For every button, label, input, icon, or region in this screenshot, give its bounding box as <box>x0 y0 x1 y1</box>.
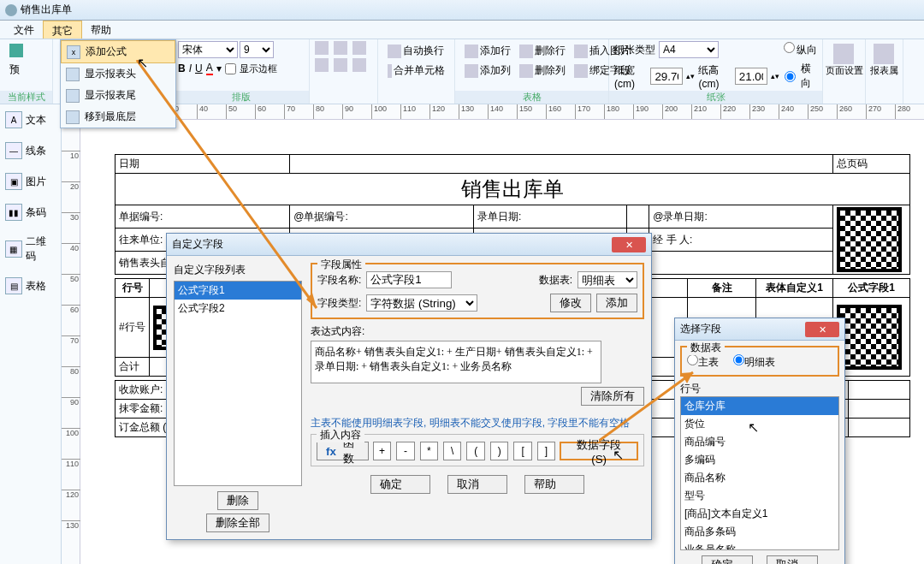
op-rparen[interactable]: ) <box>490 442 508 460</box>
insert-content-box: 插入内容 fx函数 + - * \ ( ) [ ] 数据字段(S) <box>311 434 644 466</box>
cell-billno[interactable]: 单据编号: <box>116 205 290 229</box>
menu-help[interactable]: 帮助 <box>82 21 120 39</box>
valign-bot-icon[interactable] <box>352 58 366 72</box>
cell-page-label[interactable]: 总页码 <box>833 155 910 174</box>
main-table-radio[interactable]: 主表 <box>687 356 719 368</box>
merge-icon <box>388 64 392 78</box>
tool-table[interactable]: ▤表格 <box>0 270 61 301</box>
window-title: 销售出库单 <box>21 3 72 17</box>
page-setup-button[interactable]: 页面设置 <box>829 42 859 79</box>
op-lbrack[interactable]: [ <box>513 442 531 460</box>
tool-barcode[interactable]: ▮▮条码 <box>0 197 61 228</box>
select-field-item[interactable]: 业务员名称 <box>681 541 838 550</box>
select-field-item[interactable]: 货位 <box>681 415 838 433</box>
cell-date-label[interactable]: 日期 <box>116 155 290 174</box>
op-plus[interactable]: + <box>373 442 391 460</box>
delete-all-button[interactable]: 删除全部 <box>206 514 270 532</box>
save-button[interactable] <box>6 42 46 59</box>
select-cancel-button[interactable]: 取消 <box>767 555 818 564</box>
font-family-select[interactable]: 宋体 <box>178 41 238 58</box>
clear-all-button[interactable]: 清除所有 <box>581 387 644 406</box>
select-field-item[interactable]: 仓库分库 <box>681 397 838 415</box>
op-mult[interactable]: * <box>420 442 438 460</box>
tool-qrcode[interactable]: ▦二维码 <box>0 228 61 270</box>
add-field-button[interactable]: 添加 <box>596 294 637 312</box>
op-lparen[interactable]: ( <box>466 442 484 460</box>
cell-subtotal[interactable]: 合计 <box>116 358 150 377</box>
qrcode-1[interactable] <box>837 207 902 272</box>
op-div[interactable]: \ <box>443 442 461 460</box>
select-field-item[interactable]: 商品多条码 <box>681 523 838 541</box>
menu-move-bottom[interactable]: 移到最底层 <box>61 106 175 128</box>
dialog-close-button[interactable]: ✕ <box>612 237 646 252</box>
modify-button[interactable]: 修改 <box>550 294 591 312</box>
field-type-select[interactable]: 字符数据 (String) <box>366 294 477 312</box>
portrait-radio[interactable] <box>784 42 795 53</box>
tool-line[interactable]: —线条 <box>0 135 61 166</box>
select-field-item[interactable]: 型号 <box>681 487 838 505</box>
merge-button[interactable]: 合并单元格 <box>384 62 448 80</box>
function-button[interactable]: fx函数 <box>317 442 369 460</box>
group-table-caption: 表格 <box>455 91 608 104</box>
add-row-button[interactable]: 添加行 <box>461 42 514 60</box>
delete-field-button[interactable]: 删除 <box>217 491 258 510</box>
image-icon: ▣ <box>5 173 22 190</box>
field-item-1[interactable]: 公式字段1 <box>175 282 301 300</box>
report-title[interactable]: 销售出库单 <box>116 174 910 205</box>
ok-button[interactable]: 确定 <box>370 475 430 494</box>
paper-width-input[interactable] <box>650 68 683 85</box>
paper-type-select[interactable]: A4 <box>659 41 719 58</box>
page-setup-icon <box>833 44 854 64</box>
underline-button[interactable]: U <box>195 62 203 74</box>
select-dialog-close[interactable]: ✕ <box>805 322 839 337</box>
landscape-radio[interactable] <box>785 71 796 82</box>
field-item-2[interactable]: 公式字段2 <box>175 300 301 318</box>
select-field-item[interactable]: 商品编号 <box>681 433 838 451</box>
select-field-item[interactable]: 多编码 <box>681 451 838 469</box>
data-table-select[interactable]: 明细表 <box>578 271 637 288</box>
font-color-button[interactable]: A <box>206 62 213 75</box>
select-field-item[interactable]: [商品]文本自定义1 <box>681 505 838 523</box>
align-center-icon[interactable] <box>334 41 347 55</box>
menu-file[interactable]: 文件 <box>5 21 43 39</box>
field-list[interactable]: 公式字段1 公式字段2 <box>174 281 302 486</box>
add-col-button[interactable]: 添加列 <box>461 62 514 80</box>
menu-add-formula[interactable]: x添加公式 <box>61 40 175 63</box>
data-table-group: 数据表 主表 明细表 <box>680 346 839 377</box>
auto-wrap-button[interactable]: 自动换行 <box>384 42 448 60</box>
tool-image[interactable]: ▣图片 <box>0 166 61 197</box>
preview-button[interactable]: 预 <box>6 61 46 79</box>
menu-show-header[interactable]: 显示报表头 <box>61 63 175 85</box>
border-toggle[interactable] <box>225 63 236 74</box>
help-button[interactable]: 帮助 <box>524 475 584 494</box>
bold-button[interactable]: B <box>178 62 186 74</box>
data-field-button[interactable]: 数据字段(S) <box>560 442 638 460</box>
tool-text[interactable]: A文本 <box>0 104 61 135</box>
valign-mid-icon[interactable] <box>334 58 347 72</box>
field-name-input[interactable] <box>366 271 452 288</box>
italic-button[interactable]: I <box>189 62 192 74</box>
paper-height-input[interactable] <box>735 68 767 85</box>
op-minus[interactable]: - <box>396 442 414 460</box>
report-prop-button[interactable]: 报表属 <box>872 42 897 79</box>
align-left-icon[interactable] <box>315 41 329 55</box>
select-ok-button[interactable]: 确定 <box>702 555 753 564</box>
header-icon <box>66 68 80 81</box>
select-field-list[interactable]: 仓库分库货位商品编号多编码商品名称型号[商品]文本自定义1商品多条码业务员名称基… <box>680 396 839 550</box>
detail-table-radio[interactable]: 明细表 <box>733 356 775 368</box>
valign-top-icon[interactable] <box>315 58 329 72</box>
cursor-2: ↖ <box>613 447 624 463</box>
menu-other[interactable]: 其它 <box>43 21 82 39</box>
cancel-button[interactable]: 取消 <box>447 475 507 494</box>
font-size-select[interactable]: 9 <box>240 41 274 58</box>
menu-show-footer[interactable]: 显示报表尾 <box>61 85 175 106</box>
select-field-item[interactable]: 商品名称 <box>681 469 838 487</box>
fx-icon: fx <box>326 445 336 458</box>
del-col-button[interactable]: 删除列 <box>516 62 569 80</box>
align-right-icon[interactable] <box>352 41 366 55</box>
op-rbrack[interactable]: ] <box>537 442 555 460</box>
qrcode-2[interactable] <box>837 305 902 370</box>
del-row-button[interactable]: 删除行 <box>516 42 569 60</box>
expression-textarea[interactable]: 商品名称+ 销售表头自定义1: + 生产日期+ 销售表头自定义1: + 录单日期… <box>311 341 601 383</box>
col-rowno[interactable]: 行号 <box>116 279 150 298</box>
